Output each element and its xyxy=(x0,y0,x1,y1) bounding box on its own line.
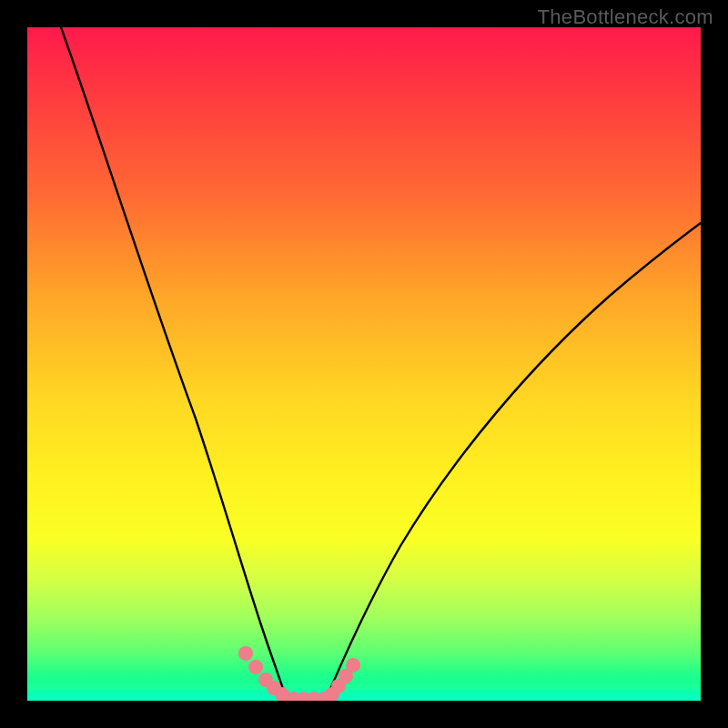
svg-point-0 xyxy=(238,646,253,661)
right-curve xyxy=(330,223,701,689)
pink-markers-right xyxy=(325,658,360,701)
svg-point-1 xyxy=(248,660,263,674)
plot-area xyxy=(27,27,701,701)
left-curve xyxy=(61,27,283,689)
chart-frame: TheBottleneck.com xyxy=(0,0,728,728)
curve-layer xyxy=(27,27,701,701)
svg-point-13 xyxy=(346,658,360,672)
pink-bottom xyxy=(278,692,330,701)
watermark-text: TheBottleneck.com xyxy=(538,5,713,29)
